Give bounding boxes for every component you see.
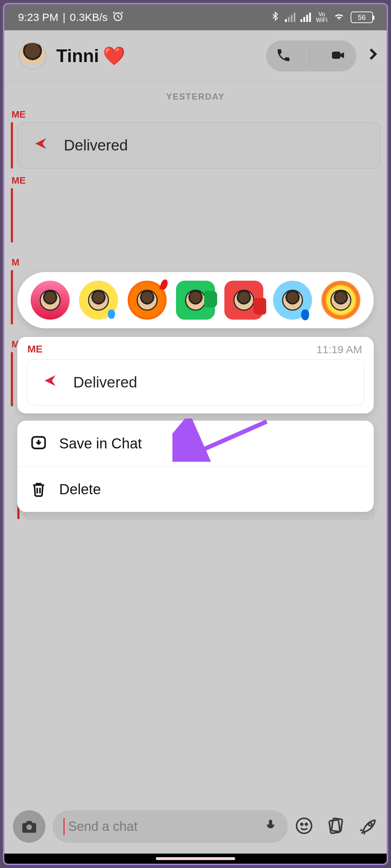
trash-icon — [30, 480, 48, 498]
status-sep: | — [63, 11, 66, 23]
reaction-fire[interactable] — [128, 281, 167, 320]
svg-point-4 — [26, 824, 32, 830]
status-netspeed: 0.3KB/s — [70, 11, 108, 23]
signal-1-icon — [285, 13, 295, 22]
menu-label: Delete — [59, 481, 101, 497]
contact-name: Tinni — [56, 45, 99, 66]
svg-point-11 — [369, 823, 372, 826]
camera-button[interactable] — [13, 810, 45, 843]
status-time: 9:23 PM — [18, 11, 58, 23]
snap-status: Delivered — [64, 137, 128, 154]
sent-snap-icon — [43, 373, 57, 391]
selected-message-card: ME 11:19 AM Delivered — [17, 337, 374, 413]
alarm-icon — [112, 10, 124, 25]
context-menu-overlay: ME 11:19 AM Delivered Save in Chat — [17, 272, 374, 512]
snap-card[interactable]: Delivered — [17, 122, 380, 168]
reaction-tear[interactable] — [273, 281, 312, 320]
save-icon — [30, 434, 48, 452]
home-indicator — [4, 854, 387, 864]
svg-rect-1 — [332, 52, 340, 59]
sender-label: ME — [4, 109, 387, 120]
svg-point-8 — [306, 823, 307, 825]
chat-body[interactable]: YESTERDAY ME Delivered ME M M M — [4, 82, 387, 406]
save-in-chat-button[interactable]: Save in Chat — [17, 421, 374, 466]
mic-button[interactable] — [264, 816, 277, 837]
heart-icon: ❤️ — [103, 45, 125, 66]
reaction-laugh[interactable] — [79, 281, 118, 320]
video-call-button[interactable] — [329, 48, 347, 64]
chat-input[interactable]: Send a chat — [53, 810, 288, 843]
selected-snap-status: Delivered — [73, 374, 137, 391]
selected-time: 11:19 AM — [316, 343, 362, 356]
reaction-mind-blown[interactable] — [321, 281, 360, 320]
chat-placeholder: Send a chat — [68, 819, 137, 834]
wifi-icon — [333, 11, 346, 24]
selected-sender: ME — [27, 343, 43, 356]
menu-label: Save in Chat — [59, 435, 142, 452]
svg-point-6 — [296, 818, 312, 833]
svg-point-7 — [301, 823, 303, 825]
chat-title[interactable]: Tinni ❤️ — [56, 45, 266, 66]
battery-icon: 56 — [351, 12, 373, 23]
chat-header: Tinni ❤️ — [4, 30, 387, 82]
selected-snap[interactable]: Delivered — [27, 359, 364, 405]
message-block[interactable] — [11, 188, 380, 242]
vowifi-icon: Vo WiFi — [316, 12, 328, 23]
call-controls — [266, 40, 356, 71]
status-bar: 9:23 PM | 0.3KB/s Vo WiFi 56 — [4, 4, 387, 30]
reaction-thumbs-down[interactable] — [224, 281, 263, 320]
reaction-heart[interactable] — [31, 281, 70, 320]
sender-label: M — [4, 257, 387, 268]
reactions-bar — [17, 272, 374, 328]
voice-call-button[interactable] — [276, 47, 291, 65]
signal-2-icon — [300, 13, 311, 22]
memories-button[interactable] — [326, 816, 346, 837]
message-block[interactable]: Delivered — [11, 122, 380, 168]
date-separator: YESTERDAY — [4, 84, 387, 105]
text-cursor — [63, 818, 65, 835]
avatar[interactable] — [19, 42, 46, 70]
delete-button[interactable]: Delete — [17, 466, 374, 512]
reaction-thumbs-up[interactable] — [176, 281, 215, 320]
rocket-button[interactable] — [359, 816, 378, 837]
bluetooth-icon — [271, 10, 280, 25]
sent-snap-icon — [34, 136, 48, 154]
context-menu: Save in Chat Delete — [17, 421, 374, 512]
chevron-right-icon[interactable] — [366, 45, 380, 67]
sender-label: ME — [4, 175, 387, 186]
emoji-button[interactable] — [295, 817, 313, 836]
